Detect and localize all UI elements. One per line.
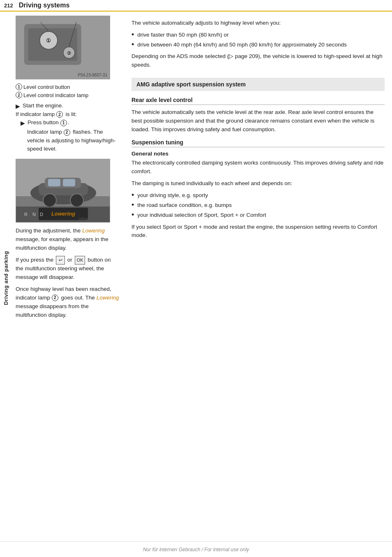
bullet-item-1: • drive faster than 50 mph (80 km/h) or xyxy=(131,31,385,39)
svg-text:N: N xyxy=(32,212,36,217)
general-notes-para1: The electronically controlled damping sy… xyxy=(131,159,385,176)
instruction-text-1: Start the engine. xyxy=(23,102,63,109)
instruction-2: If indicator lamp 2 is lit: xyxy=(16,111,119,118)
damping-bullet-3: • your individual selection of Sport, Sp… xyxy=(131,211,385,219)
indicator-num-sub: 2 xyxy=(64,129,70,136)
sport-para: If you select Sport or Sport + mode and … xyxy=(131,223,385,240)
header-title: Driving systems xyxy=(19,2,70,9)
svg-text:Lowering: Lowering xyxy=(51,211,75,217)
right-column: The vehicle automatically adjusts to hig… xyxy=(123,16,392,323)
damping-text-3: your individual selection of Sport, Spor… xyxy=(137,211,266,219)
header-bar: 212 Driving systems xyxy=(0,0,392,12)
sidebar: Driving and parking xyxy=(0,16,12,541)
svg-text:②: ② xyxy=(67,51,71,56)
indicator-num-highway: 2 xyxy=(52,295,58,301)
footer-text: Nur für internen Gebrauch / For internal… xyxy=(143,547,249,552)
svg-rect-15 xyxy=(63,179,75,186)
section-box-title: AMG adaptive sport suspension system xyxy=(136,81,246,88)
bullet-text-1: drive faster than 50 mph (80 km/h) or xyxy=(137,31,228,39)
control-image-svg: ① ② xyxy=(16,16,110,79)
lowering-word-2: Lowering xyxy=(97,295,119,301)
instructions-block: ▶ Start the engine. If indicator lamp 2 … xyxy=(16,102,119,153)
legend-item-2: 2 Level control indicator lamp xyxy=(16,92,119,98)
suspension-tuning-heading: Suspension tuning xyxy=(131,139,385,147)
left-column: ① ② P54.23-8607-31 1 Level control butto… xyxy=(12,16,123,323)
arrow-icon-1: ▶ xyxy=(16,103,20,109)
image2-ref: AP54.32-3892-31 xyxy=(78,217,108,221)
highway-bullet-list: • drive faster than 50 mph (80 km/h) or … xyxy=(131,31,385,49)
damping-dot-3: • xyxy=(131,211,134,219)
back-button-icon: ↩ xyxy=(56,256,65,265)
legend-num-2: 2 xyxy=(16,92,22,98)
control-button-image: ① ② P54.23-8607-31 xyxy=(16,16,110,79)
legend-num-1: 1 xyxy=(16,84,22,90)
amg-section-box: AMG adaptive sport suspension system xyxy=(131,78,385,91)
main-content: ① ② P54.23-8607-31 1 Level control butto… xyxy=(12,12,392,323)
instruction-text-3: Press button 1. xyxy=(28,119,69,126)
svg-text:①: ① xyxy=(46,37,51,44)
bullet-text-2: drive between 40 mph (64 km/h) and 50 mp… xyxy=(137,41,347,49)
damping-bullet-list: • your driving style, e.g. sporty • the … xyxy=(131,191,385,220)
instruction-1: ▶ Start the engine. xyxy=(16,102,119,109)
general-notes-heading: General notes xyxy=(131,151,385,157)
sidebar-label: Driving and parking xyxy=(3,251,9,305)
legend-item-1: 1 Level control button xyxy=(16,84,119,90)
bullet-dot-1: • xyxy=(131,31,134,39)
bullet-item-2: • drive between 40 mph (64 km/h) and 50 … xyxy=(131,41,385,49)
page-number: 212 xyxy=(4,2,13,9)
button-para: If you press the ↩ or OK button on the m… xyxy=(16,256,119,282)
general-notes-para2: The damping is tuned individually to eac… xyxy=(131,179,385,188)
press-btn-num: 1 xyxy=(60,120,67,126)
intro-text: The vehicle automatically adjusts to hig… xyxy=(131,19,385,28)
bullet-dot-2: • xyxy=(131,41,134,49)
once-highway-para: Once highway level has been reached, ind… xyxy=(16,285,119,320)
adjustment-para: During the adjustment, the Lowering mess… xyxy=(16,227,119,253)
car-image-svg: Lowering R N D xyxy=(16,159,110,223)
damping-dot-1: • xyxy=(131,191,134,200)
lowering-word-1: Lowering xyxy=(82,227,105,234)
svg-point-16 xyxy=(43,194,56,207)
indicator-num-2: 2 xyxy=(56,111,63,118)
svg-text:D: D xyxy=(40,212,43,217)
image1-ref: P54.23-8607-31 xyxy=(78,73,107,77)
ok-button-icon: OK xyxy=(75,256,85,265)
instruction-sub: Indicator lamp 2 flashes. The vehicle is… xyxy=(27,128,119,153)
rear-axle-para: The vehicle automatically sets the vehic… xyxy=(131,108,385,134)
legend-text-1: Level control button xyxy=(23,84,70,90)
damping-dot-2: • xyxy=(131,201,134,209)
arrow-icon-3: ▶ xyxy=(21,120,25,126)
legend-text-2: Level control indicator lamp xyxy=(23,92,88,98)
svg-text:R: R xyxy=(24,212,28,217)
instruction-3: ▶ Press button 1. xyxy=(21,119,119,126)
damping-text-1: your driving style, e.g. sporty xyxy=(137,191,208,200)
svg-point-17 xyxy=(70,194,83,207)
ads-para: Depending on the ADS mode selected (▷ pa… xyxy=(131,52,385,70)
damping-bullet-2: • the road surface condition, e.g. bumps xyxy=(131,201,385,209)
damping-text-2: the road surface condition, e.g. bumps xyxy=(137,201,232,209)
damping-bullet-1: • your driving style, e.g. sporty xyxy=(131,191,385,200)
svg-rect-14 xyxy=(48,179,60,186)
rear-axle-heading: Rear axle level control xyxy=(131,97,385,105)
footer: Nur für internen Gebrauch / For internal… xyxy=(0,541,392,557)
lowering-display-image: Lowering R N D AP54.32-3892-31 xyxy=(16,159,110,223)
